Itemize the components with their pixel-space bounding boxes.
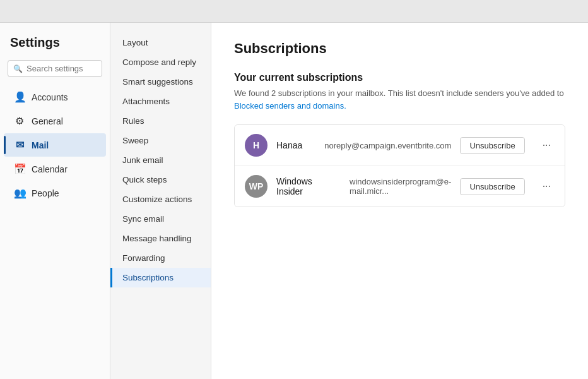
mid-nav-sync-email[interactable]: Sync email bbox=[110, 209, 211, 229]
mid-nav-layout[interactable]: Layout bbox=[110, 33, 211, 52]
sender-name: Windows Insider bbox=[276, 176, 341, 196]
mid-nav-rules[interactable]: Rules bbox=[110, 111, 211, 131]
sidebar-item-calendar-label: Calendar bbox=[32, 164, 68, 174]
mid-nav-sweep[interactable]: Sweep bbox=[110, 131, 211, 150]
mid-nav-subscriptions[interactable]: Subscriptions bbox=[110, 268, 211, 287]
sidebar-item-people[interactable]: 👥 People bbox=[4, 181, 106, 205]
avatar-letter: H bbox=[253, 140, 259, 150]
sidebar-left: Settings 🔍 👤 Accounts ⚙ General ✉ Mail 📅… bbox=[0, 23, 110, 379]
sidebar-item-general[interactable]: ⚙ General bbox=[4, 109, 106, 133]
table-row: H Hanaa noreply@campaign.eventbrite.com … bbox=[235, 125, 565, 166]
search-box[interactable]: 🔍 bbox=[8, 60, 102, 77]
sender-email: windowsinsiderprogram@e-mail.micr... bbox=[350, 177, 451, 196]
sender-name: Hanaa bbox=[276, 140, 315, 150]
sidebar-item-accounts-label: Accounts bbox=[32, 92, 68, 102]
section-description: We found 2 subscriptions in your mailbox… bbox=[234, 87, 565, 112]
sidebar-item-mail[interactable]: ✉ Mail bbox=[4, 133, 106, 157]
section-title: Your current subscriptions bbox=[234, 72, 565, 83]
top-bar bbox=[0, 0, 588, 23]
general-icon: ⚙ bbox=[14, 115, 25, 127]
subscription-list: H Hanaa noreply@campaign.eventbrite.com … bbox=[234, 124, 565, 207]
sidebar-item-accounts[interactable]: 👤 Accounts bbox=[4, 85, 106, 109]
accounts-icon: 👤 bbox=[14, 91, 25, 103]
mid-nav-message-handling[interactable]: Message handling bbox=[110, 229, 211, 248]
calendar-icon: 📅 bbox=[14, 163, 25, 175]
page-title: Subscriptions bbox=[234, 40, 565, 57]
sidebar-item-people-label: People bbox=[32, 188, 59, 198]
people-icon: 👥 bbox=[14, 187, 25, 199]
sidebar-item-general-label: General bbox=[32, 116, 63, 126]
mid-nav-forwarding[interactable]: Forwarding bbox=[110, 248, 211, 268]
mid-nav-quick-steps[interactable]: Quick steps bbox=[110, 170, 211, 190]
section-desc-text: We found 2 subscriptions in your mailbox… bbox=[234, 88, 564, 98]
sender-email: noreply@campaign.eventbrite.com bbox=[324, 141, 451, 150]
mid-nav-smart-suggestions[interactable]: Smart suggestions bbox=[110, 72, 211, 92]
unsubscribe-button[interactable]: Unsubscribe bbox=[460, 178, 524, 195]
mid-nav-compose-reply[interactable]: Compose and reply bbox=[110, 52, 211, 72]
search-input[interactable] bbox=[26, 64, 97, 73]
main-container: Settings 🔍 👤 Accounts ⚙ General ✉ Mail 📅… bbox=[0, 23, 588, 379]
avatar: H bbox=[245, 134, 268, 157]
sidebar-mid: Layout Compose and reply Smart suggestio… bbox=[110, 23, 211, 379]
sidebar-item-mail-label: Mail bbox=[32, 140, 49, 150]
avatar: WP bbox=[245, 175, 268, 198]
content-area: Subscriptions Your current subscriptions… bbox=[211, 23, 588, 379]
sidebar-item-calendar[interactable]: 📅 Calendar bbox=[4, 157, 106, 181]
unsubscribe-button[interactable]: Unsubscribe bbox=[460, 137, 524, 154]
left-nav: 👤 Accounts ⚙ General ✉ Mail 📅 Calendar 👥… bbox=[0, 85, 110, 205]
more-options-button[interactable]: ··· bbox=[539, 137, 555, 153]
table-row: WP Windows Insider windowsinsiderprogram… bbox=[235, 166, 565, 207]
mid-nav-attachments[interactable]: Attachments bbox=[110, 92, 211, 111]
avatar-letters: WP bbox=[249, 181, 264, 191]
mid-nav-junk-email[interactable]: Junk email bbox=[110, 150, 211, 170]
mail-icon: ✉ bbox=[14, 139, 25, 151]
mid-nav-customize-actions[interactable]: Customize actions bbox=[110, 190, 211, 209]
more-options-button[interactable]: ··· bbox=[539, 178, 555, 195]
search-icon: 🔍 bbox=[13, 64, 23, 73]
blocked-senders-link[interactable]: Blocked senders and domains. bbox=[234, 101, 346, 111]
settings-title: Settings bbox=[0, 35, 110, 60]
